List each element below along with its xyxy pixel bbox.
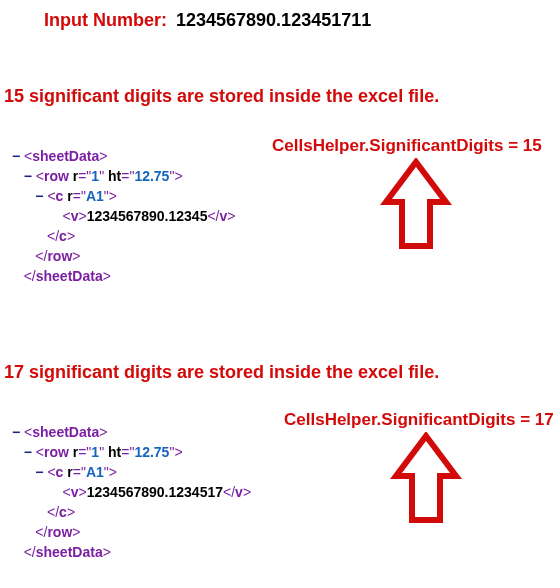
stored-value-17: 1234567890.1234517: [87, 484, 223, 500]
arrow-up-icon: [380, 158, 452, 254]
row-r-15: 1: [91, 168, 99, 184]
row-ht-17: 12.75: [134, 444, 169, 460]
row-ht-15: 12.75: [134, 168, 169, 184]
arrow-up-icon: [390, 432, 462, 528]
input-label: Input Number:: [44, 10, 167, 30]
annotation-17: CellsHelper.SignificantDigits = 17: [284, 410, 554, 430]
cell-r-17: A1: [86, 464, 104, 480]
xml-block-17: − <sheetData> − <row r="1" ht="12.75"> −…: [12, 402, 251, 562]
row-r-17: 1: [91, 444, 99, 460]
section-heading-15: 15 significant digits are stored inside …: [4, 86, 439, 107]
stored-value-15: 1234567890.12345: [87, 208, 208, 224]
input-value: 1234567890.123451711: [176, 10, 371, 30]
xml-block-15: − <sheetData> − <row r="1" ht="12.75"> −…: [12, 126, 236, 286]
cell-r-15: A1: [86, 188, 104, 204]
annotation-15: CellsHelper.SignificantDigits = 15: [272, 136, 542, 156]
input-number-line: Input Number: 1234567890.123451711: [44, 10, 371, 31]
section-heading-17: 17 significant digits are stored inside …: [4, 362, 439, 383]
